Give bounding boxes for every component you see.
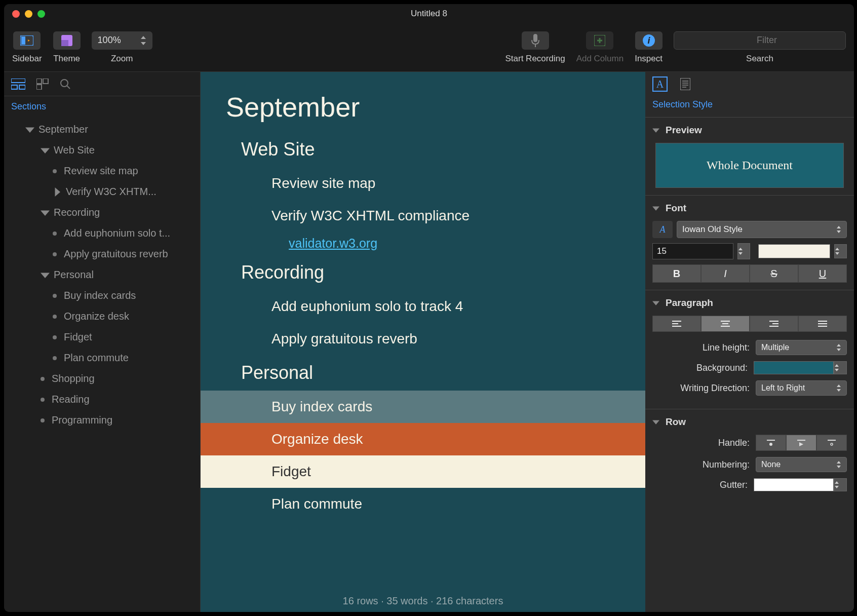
chevron-updown-icon (836, 226, 841, 233)
row-header[interactable]: Row (652, 416, 847, 428)
align-right-icon (769, 320, 778, 327)
background-stepper[interactable] (834, 361, 847, 374)
tree-item-section[interactable]: Personal (4, 264, 200, 285)
filter-input[interactable] (674, 31, 846, 50)
handle-option-3[interactable] (816, 435, 847, 451)
svg-marker-6 (141, 42, 146, 45)
zoom-select[interactable]: 100% (92, 31, 152, 50)
theme-icon (61, 35, 72, 46)
tree-item-leaf[interactable]: Programming (4, 410, 200, 431)
italic-button[interactable]: I (701, 264, 750, 283)
preview-header[interactable]: Preview (652, 125, 847, 136)
align-left-button[interactable] (652, 316, 701, 332)
tree-item-leaf[interactable]: Fidget (4, 327, 200, 348)
svg-rect-4 (61, 40, 68, 46)
tree-item-leaf[interactable]: Review site map (4, 161, 200, 181)
svg-rect-17 (11, 85, 17, 89)
tree-item-leaf[interactable]: Plan commute (4, 348, 200, 368)
tree-item-leaf[interactable]: Reading (4, 389, 200, 410)
doc-row[interactable]: Fidget (201, 455, 645, 488)
theme-button[interactable] (53, 31, 81, 50)
styles-view-icon[interactable] (36, 79, 49, 90)
svg-marker-35 (652, 207, 659, 211)
stepper-icon (140, 36, 146, 45)
svg-rect-16 (11, 79, 25, 83)
sections-view-icon[interactable] (11, 79, 25, 90)
paragraph-header[interactable]: Paragraph (652, 297, 847, 309)
doc-row[interactable]: Plan commute (201, 488, 645, 520)
sidebar-toggle-button[interactable] (13, 31, 41, 50)
disclosure-down-icon (41, 146, 50, 155)
start-recording-button[interactable] (522, 31, 549, 50)
line-height-select[interactable]: Multiple (756, 340, 847, 355)
doc-row[interactable]: Verify W3C XHTML compliance (201, 200, 645, 232)
svg-marker-70 (835, 481, 839, 484)
svg-marker-36 (837, 226, 841, 228)
style-tab[interactable]: A (652, 76, 668, 92)
tree-item-section[interactable]: Web Site (4, 140, 200, 161)
titlebar: Untitled 8 (4, 4, 854, 23)
doc-row[interactable]: Apply gratuitous reverb (201, 323, 645, 355)
find-view-icon[interactable] (60, 79, 71, 90)
doc-heading-2[interactable]: Personal (201, 355, 645, 391)
text-color-stepper[interactable] (834, 244, 847, 258)
svg-marker-68 (837, 461, 841, 464)
tree-item-root[interactable]: September (4, 119, 200, 140)
add-column-button[interactable] (586, 31, 613, 50)
inspect-button[interactable]: i (635, 31, 663, 50)
svg-marker-69 (837, 466, 841, 468)
tree-item-leaf[interactable]: Add euphonium solo t... (4, 223, 200, 244)
doc-row[interactable]: Organize desk (201, 423, 645, 455)
gutter-color-swatch[interactable] (754, 478, 834, 491)
bold-button[interactable]: B (652, 264, 701, 283)
tree-item-leaf[interactable]: Organize desk (4, 306, 200, 327)
document-tab[interactable] (678, 76, 693, 92)
tree-item-leaf[interactable]: Buy index cards (4, 285, 200, 306)
underline-button[interactable]: U (798, 264, 847, 283)
strikethrough-button[interactable]: S (750, 264, 798, 283)
doc-row[interactable]: Review site map (201, 167, 645, 200)
font-header[interactable]: Font (652, 203, 847, 214)
document-area[interactable]: September Web Site Review site map Verif… (201, 72, 645, 612)
svg-marker-28 (41, 273, 50, 278)
doc-heading-2[interactable]: Recording (201, 255, 645, 290)
svg-rect-19 (36, 79, 42, 84)
document-icon (680, 78, 690, 90)
doc-link[interactable]: validator.w3.org (201, 232, 645, 255)
text-color-swatch[interactable] (758, 244, 830, 258)
doc-row[interactable]: Add euphonium solo to track 4 (201, 290, 645, 323)
bullet-icon (53, 335, 57, 339)
tree-item-leaf[interactable]: Verify W3C XHTM... (4, 181, 200, 202)
writing-direction-label: Writing Direction: (680, 383, 750, 394)
handle-line-icon (827, 439, 837, 446)
disclosure-right-icon (53, 187, 62, 197)
align-right-button[interactable] (750, 316, 798, 332)
handle-option-2[interactable] (786, 435, 816, 451)
svg-marker-34 (652, 129, 659, 133)
gutter-stepper[interactable] (834, 478, 847, 491)
font-family-select[interactable]: Iowan Old Style (677, 221, 847, 238)
writing-direction-select[interactable]: Left to Right (756, 380, 847, 396)
maximize-window-button[interactable] (37, 10, 45, 18)
align-center-button[interactable] (701, 316, 750, 332)
doc-heading-1[interactable]: September (201, 82, 645, 132)
handle-dot-icon (766, 439, 776, 446)
tree-item-section[interactable]: Recording (4, 202, 200, 223)
minimize-window-button[interactable] (25, 10, 32, 18)
font-size-input[interactable] (652, 243, 733, 259)
handle-option-1[interactable] (756, 435, 786, 451)
numbering-select[interactable]: None (756, 457, 847, 472)
doc-heading-2[interactable]: Web Site (201, 132, 645, 167)
doc-row[interactable]: Buy index cards (201, 391, 645, 423)
tree-item-leaf[interactable]: Apply gratuitous reverb (4, 244, 200, 264)
tree-item-leaf[interactable]: Shopping (4, 368, 200, 389)
svg-marker-58 (835, 369, 839, 371)
svg-point-22 (61, 80, 68, 87)
background-color-swatch[interactable] (754, 361, 834, 374)
align-justify-button[interactable] (798, 316, 847, 332)
svg-point-67 (831, 443, 833, 445)
font-size-stepper[interactable] (737, 243, 750, 259)
disclosure-down-icon (41, 271, 50, 280)
close-window-button[interactable] (12, 10, 20, 18)
svg-marker-38 (738, 248, 743, 250)
